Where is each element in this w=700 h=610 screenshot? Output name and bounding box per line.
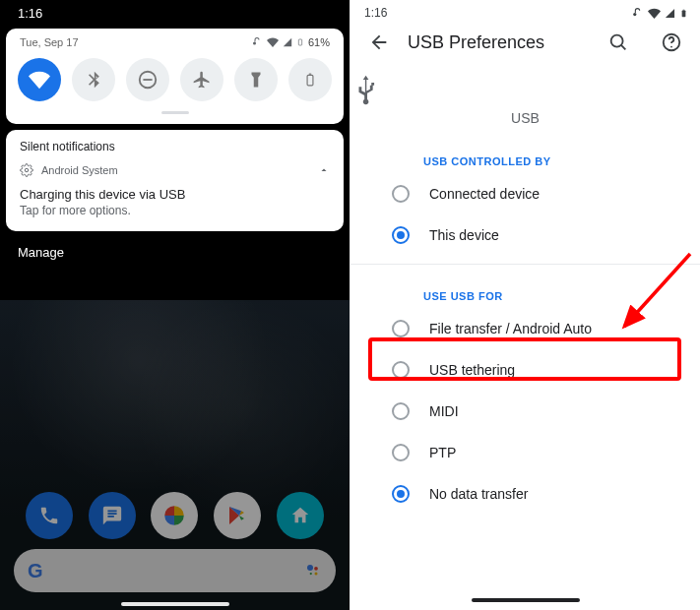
app-bar: USB Preferences bbox=[350, 22, 700, 67]
wifi-toggle[interactable] bbox=[18, 58, 61, 101]
option-file-transfer[interactable]: File transfer / Android Auto bbox=[350, 308, 700, 349]
svg-point-2 bbox=[315, 573, 318, 576]
svg-rect-5 bbox=[298, 39, 301, 45]
option-no-data-transfer[interactable]: No data transfer bbox=[350, 473, 700, 515]
option-usb-tethering[interactable]: USB tethering bbox=[350, 349, 700, 391]
notif-title: Charging this device via USB bbox=[20, 187, 330, 202]
usb-icon bbox=[350, 73, 384, 106]
section-use-usb-for: USE USB FOR bbox=[350, 265, 700, 308]
status-icons: 61% bbox=[251, 36, 330, 48]
radio-icon bbox=[392, 444, 410, 461]
clock: 1:16 bbox=[364, 6, 387, 20]
messages-app-icon[interactable] bbox=[89, 492, 136, 539]
assistant-icon[interactable] bbox=[304, 562, 322, 580]
usb-hero-label: USB bbox=[350, 110, 700, 126]
svg-line-15 bbox=[621, 45, 625, 49]
dock bbox=[0, 492, 350, 539]
option-label: This device bbox=[429, 227, 499, 243]
option-label: File transfer / Android Auto bbox=[429, 321, 592, 336]
notif-app-name: Android System bbox=[41, 164, 118, 176]
section-usb-controlled-by: USB CONTROLLED BY bbox=[350, 130, 700, 173]
manage-button[interactable]: Manage bbox=[0, 231, 350, 260]
gesture-nav-pill[interactable] bbox=[121, 602, 229, 606]
option-label: PTP bbox=[429, 445, 456, 460]
radio-icon bbox=[392, 320, 410, 337]
option-label: Connected device bbox=[429, 186, 540, 202]
radio-icon bbox=[392, 361, 410, 379]
phone-app-icon[interactable] bbox=[26, 492, 73, 539]
page-title: USB Preferences bbox=[408, 32, 544, 53]
svg-rect-13 bbox=[683, 9, 685, 10]
svg-point-1 bbox=[314, 567, 318, 571]
notification-shade-screenshot: G 1:16 Tue, Sep 17 61% bbox=[0, 0, 350, 610]
photos-app-icon[interactable] bbox=[151, 492, 198, 539]
back-button[interactable] bbox=[368, 31, 390, 53]
svg-point-10 bbox=[25, 168, 29, 172]
usb-hero: USB bbox=[350, 67, 700, 130]
status-bar: 1:16 bbox=[350, 0, 700, 22]
battery-percent: 61% bbox=[308, 36, 330, 48]
quick-settings-panel: Tue, Sep 17 61% bbox=[6, 29, 344, 124]
svg-point-0 bbox=[307, 565, 313, 571]
collapse-icon[interactable] bbox=[318, 164, 330, 176]
search-button[interactable] bbox=[607, 31, 629, 53]
notification-card[interactable]: Silent notifications Android System Char… bbox=[6, 130, 344, 231]
svg-point-14 bbox=[611, 35, 623, 47]
clock: 1:16 bbox=[18, 6, 42, 21]
qs-date: Tue, Sep 17 bbox=[20, 36, 79, 48]
svg-point-4 bbox=[253, 42, 256, 45]
option-midi[interactable]: MIDI bbox=[350, 391, 700, 432]
battery-saver-toggle[interactable] bbox=[288, 58, 332, 101]
dnd-toggle[interactable] bbox=[126, 58, 169, 101]
settings-icon bbox=[20, 163, 33, 177]
radio-icon bbox=[392, 402, 410, 420]
help-button[interactable] bbox=[661, 31, 682, 53]
notif-subtitle: Tap for more options. bbox=[20, 204, 330, 217]
wallpaper: G bbox=[0, 300, 350, 610]
silent-section-title: Silent notifications bbox=[20, 140, 330, 163]
usb-preferences-screen: 1:16 USB Preferences bbox=[350, 0, 700, 610]
svg-rect-8 bbox=[307, 75, 313, 86]
svg-rect-12 bbox=[682, 10, 686, 17]
airplane-toggle[interactable] bbox=[180, 58, 223, 101]
google-search-bar[interactable]: G bbox=[14, 549, 336, 592]
status-bar: 1:16 bbox=[0, 0, 350, 25]
option-label: MIDI bbox=[429, 403, 459, 419]
option-this-device[interactable]: This device bbox=[350, 214, 700, 256]
option-label: USB tethering bbox=[429, 362, 515, 378]
expand-handle[interactable] bbox=[161, 111, 189, 114]
option-connected-device[interactable]: Connected device bbox=[350, 173, 700, 214]
status-icons bbox=[631, 7, 688, 20]
svg-point-3 bbox=[310, 573, 312, 575]
bluetooth-toggle[interactable] bbox=[72, 58, 115, 101]
gesture-nav-pill[interactable] bbox=[472, 598, 580, 602]
option-label: No data transfer bbox=[429, 486, 528, 502]
radio-checked-icon bbox=[392, 485, 410, 503]
radio-icon bbox=[392, 185, 410, 203]
google-logo-icon: G bbox=[28, 560, 43, 582]
svg-point-11 bbox=[633, 12, 636, 15]
playstore-app-icon[interactable] bbox=[214, 492, 261, 539]
home-app-icon[interactable] bbox=[277, 492, 324, 539]
svg-point-17 bbox=[670, 46, 672, 48]
option-ptp[interactable]: PTP bbox=[350, 432, 700, 473]
radio-checked-icon bbox=[392, 226, 410, 244]
flashlight-toggle[interactable] bbox=[234, 58, 278, 101]
